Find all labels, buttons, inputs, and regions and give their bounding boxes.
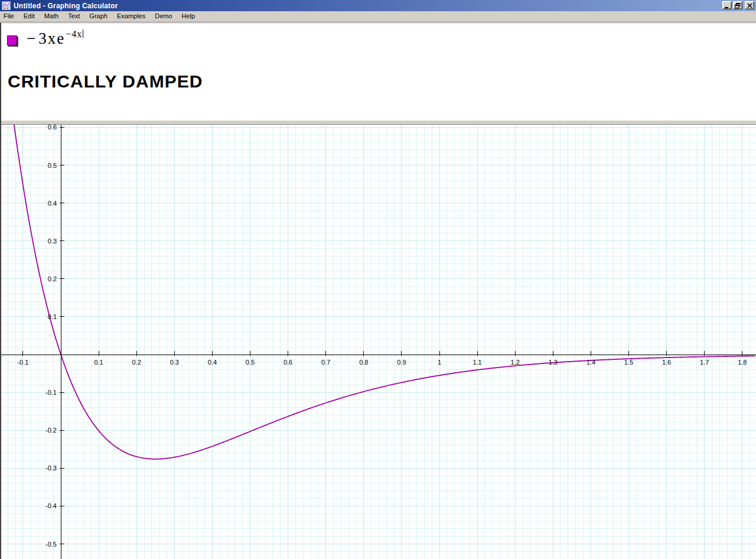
title-bar: Untitled - Graphing Calculator	[0, 0, 756, 11]
restore-button[interactable]	[733, 1, 742, 9]
window-controls	[721, 1, 754, 9]
menu-file[interactable]: File	[0, 11, 19, 21]
x-tick-label: 0.5	[246, 359, 255, 366]
x-tick-label: 1.7	[700, 359, 709, 366]
x-tick-label: 0.9	[397, 359, 406, 366]
y-tick-label: -0.5	[45, 541, 57, 548]
equation-body: 3xe	[38, 30, 65, 47]
x-tick-label: 1.6	[662, 359, 671, 366]
menu-edit[interactable]: Edit	[19, 11, 40, 21]
x-tick-label: 1.2	[511, 359, 520, 366]
x-tick-label: 0.1	[94, 359, 103, 366]
x-tick-label: 0.3	[170, 359, 179, 366]
x-tick-label: 1.1	[472, 359, 481, 366]
x-tick-label: 1.4	[586, 359, 595, 366]
equation-exponent: −4x	[66, 29, 82, 39]
close-button[interactable]	[745, 1, 754, 9]
restore-icon	[735, 3, 741, 8]
x-tick-label: 1.5	[624, 359, 633, 366]
x-tick-label: 0.2	[132, 359, 141, 366]
x-tick-label: -0.1	[17, 359, 28, 366]
graph-view[interactable]: -0.10.10.20.30.40.50.60.70.80.911.11.21.…	[0, 125, 756, 559]
y-tick-label: -0.2	[45, 427, 57, 434]
x-tick-label: 1.8	[738, 359, 747, 366]
panel-splitter[interactable]	[0, 120, 756, 125]
equation-editor[interactable]: −3xe−4x	[27, 30, 83, 48]
window-left-border	[0, 22, 1, 559]
equation-color-swatch[interactable]	[7, 35, 17, 46]
y-tick-label: 0.5	[48, 162, 57, 169]
menu-bar: File Edit Math Text Graph Examples Demo …	[0, 11, 756, 22]
x-tick-label: 1	[438, 359, 441, 366]
x-tick-label: 0.8	[359, 359, 368, 366]
close-icon	[747, 3, 752, 8]
x-tick-label: 0.4	[208, 359, 217, 366]
plot-canvas: -0.10.10.20.30.40.50.60.70.80.911.11.21.…	[0, 125, 756, 559]
annotation-text[interactable]: CRITICALLY DAMPED	[8, 72, 203, 92]
text-caret	[83, 30, 83, 38]
x-tick-label: 0.7	[321, 359, 330, 366]
menu-text[interactable]: Text	[63, 11, 84, 21]
x-tick-label: 0.6	[284, 359, 292, 366]
y-tick-label: 0.6	[48, 125, 57, 131]
x-tick-label: 1.3	[549, 359, 558, 366]
y-tick-label: 0.1	[48, 313, 57, 320]
app-icon	[2, 1, 11, 10]
equation-minus: −	[27, 30, 35, 47]
menu-demo[interactable]: Demo	[150, 11, 177, 21]
menu-graph[interactable]: Graph	[84, 11, 112, 21]
y-tick-label: 0.3	[48, 238, 57, 245]
y-tick-label: 0.4	[48, 200, 57, 207]
window-title: Untitled - Graphing Calculator	[14, 2, 118, 10]
menu-examples[interactable]: Examples	[112, 11, 150, 21]
menu-math[interactable]: Math	[40, 11, 63, 21]
menu-help[interactable]: Help	[177, 11, 200, 21]
function-curve	[0, 125, 755, 459]
y-tick-label: -0.4	[45, 502, 57, 509]
equation-panel: −3xe−4x CRITICALLY DAMPED	[0, 22, 756, 120]
y-tick-label: -0.1	[45, 389, 57, 396]
y-tick-label: 0.2	[48, 275, 57, 282]
y-tick-label: -0.3	[45, 464, 57, 472]
minimize-icon	[724, 3, 730, 8]
minimize-button[interactable]	[722, 1, 732, 9]
